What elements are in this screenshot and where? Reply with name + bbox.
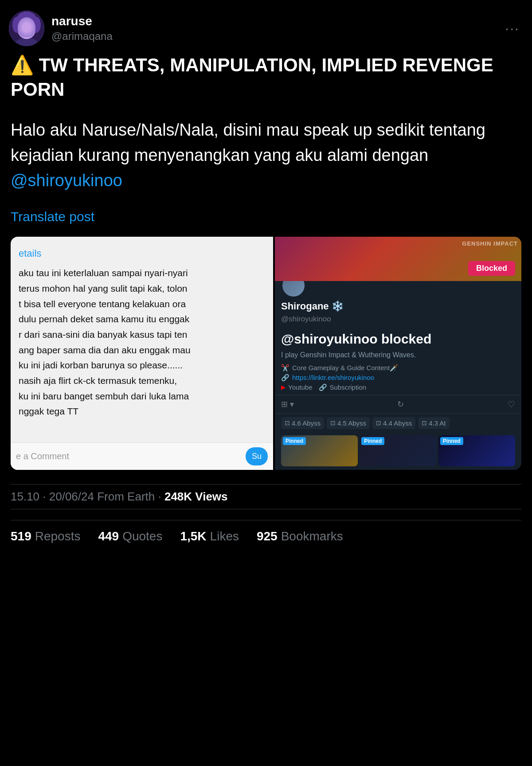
heart-icon[interactable]: ♡ [507, 399, 515, 410]
abyss-label-4: 4.3 At [429, 419, 446, 427]
tweet-location: From Earth [97, 490, 155, 503]
svg-point-13 [30, 24, 31, 26]
abyss-icon-4: ⊡ [422, 419, 427, 426]
details-label: etails [19, 246, 265, 261]
snowflake-icon: ❄️ [332, 301, 344, 312]
abyss-row: ⊡ 4.6 Abyss ⊡ 4.5 Abyss ⊡ 4.4 Abyss ⊡ 4.… [275, 414, 521, 433]
abyss-label-2: 4.5 Abyss [337, 419, 366, 427]
avatar[interactable] [9, 11, 44, 46]
comment-placeholder[interactable]: e a Comment [16, 449, 242, 463]
pinned-row: Pinned Pinned Pinned [275, 433, 521, 470]
abyss-icon-2: ⊡ [330, 419, 336, 426]
likes-stat[interactable]: 1,5K Likes [180, 529, 239, 543]
link-chain-icon: 🔗 [281, 374, 289, 382]
abyss-label-1: 4.6 Abyss [292, 419, 321, 427]
pinned-badge-1: Pinned [283, 437, 306, 445]
user-info-group: naruse @arimaqana [9, 11, 113, 46]
link-item-url[interactable]: 🔗 https://linktr.ee/shiroyukinoo [281, 374, 515, 382]
subscription-label[interactable]: Subscription [330, 383, 367, 391]
svg-point-4 [19, 18, 35, 30]
banner-label: GENSHIN IMPACT [462, 240, 518, 247]
text-line: dulu pernah deket sama kamu itu enggak [19, 312, 265, 327]
avatar-image [9, 11, 44, 46]
pinned-thumb-1[interactable]: Pinned [281, 435, 358, 466]
text-line: nasih aja flirt ck-ck termasuk temenku, [19, 373, 265, 389]
pinned-badge-3: Pinned [440, 437, 463, 445]
text-line: ku ini jadi korban barunya so please....… [19, 358, 265, 373]
bookmarks-stat[interactable]: 925 Bookmarks [257, 529, 343, 543]
tweet-views: 248K Views [164, 490, 228, 503]
link-icon-2: 🔗 [319, 383, 327, 391]
user-details: naruse @arimaqana [51, 14, 113, 43]
tweet-meta: 15.10 · 20/06/24 From Earth · 248K Views [11, 484, 521, 509]
quotes-stat[interactable]: 449 Quotes [98, 529, 162, 543]
svg-point-6 [12, 17, 21, 33]
comment-submit-button[interactable]: Su [246, 447, 268, 465]
svg-point-5 [17, 12, 36, 26]
likes-label: Likes [210, 529, 239, 543]
username[interactable]: naruse [51, 14, 113, 28]
bookmarks-count: 925 [257, 529, 278, 543]
tweet-date: 20/06/24 [49, 490, 94, 503]
youtube-icon: ▶ [281, 384, 286, 391]
link-url[interactable]: https://linktr.ee/shiroyukinoo [292, 374, 374, 381]
pinned-thumb-3[interactable]: Pinned [438, 435, 515, 466]
text-line: r dari sana-sini dia banyak kasus tapi t… [19, 327, 265, 343]
retweet-icon[interactable]: ↻ [397, 399, 404, 409]
grid-icon[interactable]: ⊞ ▾ [281, 399, 294, 409]
link-item-social: ▶ Youtube 🔗 Subscription [281, 383, 515, 391]
profile-actions: ⊞ ▾ ↻ ♡ [275, 395, 521, 414]
stats-row: 519 Reposts 449 Quotes 1,5K Likes 925 Bo… [11, 520, 521, 552]
abyss-chip-4[interactable]: ⊡ 4.3 At [418, 417, 449, 429]
svg-point-9 [28, 23, 32, 28]
svg-point-12 [23, 24, 24, 26]
warning-text: ⚠️ TW THREATS, MANIPULATION, IMPLIED REV… [11, 53, 521, 102]
profile-links: ✂️ Core Gameplay & Guide Content🗡️ 🔗 htt… [275, 364, 521, 395]
profile-bio: I play Genshin Impact & Wuthering Waves. [275, 347, 521, 363]
quotes-count: 449 [98, 529, 119, 543]
svg-point-11 [29, 24, 31, 27]
abyss-chip-2[interactable]: ⊡ 4.5 Abyss [327, 417, 370, 429]
profile-banner: GENSHIN IMPACT Blocked [275, 237, 521, 281]
blocked-badge: Blocked [468, 261, 515, 276]
user-handle[interactable]: @arimaqana [51, 30, 113, 43]
abyss-icon-1: ⊡ [285, 419, 290, 426]
svg-point-10 [22, 24, 24, 27]
link-label: Core Gameplay & Guide Content🗡️ [292, 364, 398, 372]
profile-name: Shirogane ❄️ [281, 301, 515, 312]
text-line: terus mohon hal yang sulit tapi kak, tol… [19, 281, 265, 297]
meta-separator-1: · [43, 490, 49, 503]
screenshot-text: aku tau ini keterlaluan sampai nyari-nya… [19, 266, 265, 419]
right-screenshot: GENSHIN IMPACT Blocked Shirogane ❄️ @shi… [275, 237, 521, 469]
tweet-body: ⚠️ TW THREATS, MANIPULATION, IMPLIED REV… [9, 53, 523, 552]
blocked-title: @shiroyukinoo blocked [275, 332, 521, 347]
abyss-label-3: 4.4 Abyss [383, 419, 412, 427]
comment-bar: e a Comment Su [11, 442, 273, 470]
tweet-container: naruse @arimaqana ··· ⚠️ TW THREATS, MAN… [0, 0, 532, 563]
meta-separator-3: · [158, 490, 164, 503]
abyss-chip-3[interactable]: ⊡ 4.4 Abyss [372, 417, 415, 429]
reposts-stat[interactable]: 519 Reposts [11, 529, 80, 543]
main-tweet-text: Halo aku Naruse/Nals/Nala, disini mau sp… [11, 117, 521, 193]
tweet-header: naruse @arimaqana ··· [9, 11, 523, 46]
abyss-icon-3: ⊡ [376, 419, 381, 426]
quotes-label: Quotes [122, 529, 162, 543]
svg-point-7 [32, 17, 41, 33]
reposts-count: 519 [11, 529, 31, 543]
abyss-chip-1[interactable]: ⊡ 4.6 Abyss [281, 417, 324, 429]
profile-display-name: Shirogane [281, 301, 329, 312]
profile-section: Shirogane ❄️ @shiroyukinoo [275, 281, 521, 328]
pinned-thumb-2[interactable]: Pinned [360, 435, 436, 466]
youtube-label[interactable]: Youtube [288, 383, 313, 391]
profile-handle: @shiroyukinoo [281, 315, 515, 324]
more-options-button[interactable]: ··· [501, 17, 523, 40]
mention-link[interactable]: @shiroyukinoo [11, 171, 122, 190]
bookmarks-label: Bookmarks [281, 529, 343, 543]
likes-count: 1,5K [180, 529, 206, 543]
embedded-images: etails aku tau ini keterlaluan sampai ny… [11, 237, 521, 469]
text-line: t bisa tell everyone tentang kelakuan or… [19, 297, 265, 312]
link-icon: ✂️ [281, 364, 289, 372]
text-line: nggak tega TT [19, 404, 265, 419]
link-item-content: ✂️ Core Gameplay & Guide Content🗡️ [281, 364, 515, 372]
translate-post-link[interactable]: Translate post [11, 209, 521, 224]
